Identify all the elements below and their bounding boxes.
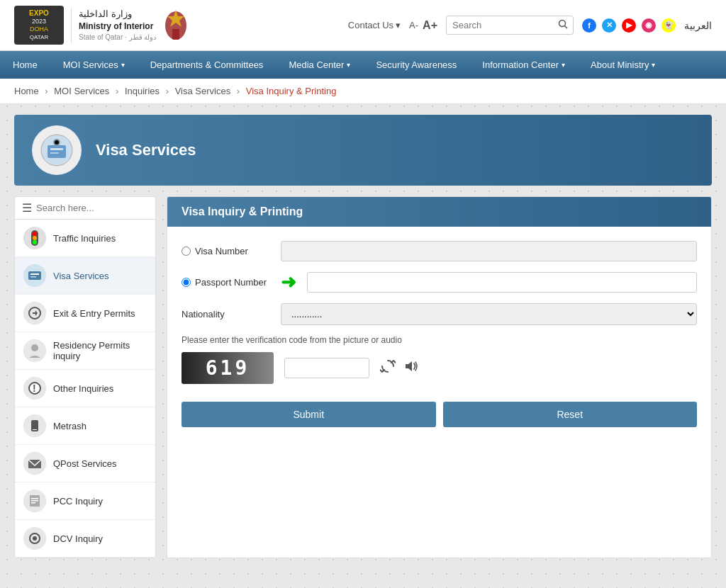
search-button[interactable] bbox=[553, 16, 573, 34]
exit-entry-icon bbox=[23, 302, 46, 324]
other-inquiries-icon: ! bbox=[23, 377, 46, 400]
contact-button[interactable]: Contact Us ▾ bbox=[348, 20, 401, 30]
visa-icon bbox=[23, 264, 46, 287]
captcha-value: 619 bbox=[206, 356, 250, 380]
breadcrumb-visa-services[interactable]: Visa Services bbox=[175, 86, 231, 96]
nav-security[interactable]: Security Awareness bbox=[363, 51, 469, 79]
nav-bar: Home MOI Services ▾ Departments & Commit… bbox=[0, 51, 726, 79]
expo-text: EXPO 2023 DOHA QATAR bbox=[29, 9, 49, 40]
passport-number-input[interactable] bbox=[307, 272, 697, 293]
font-increase-button[interactable]: A+ bbox=[423, 19, 437, 32]
visa-number-radio[interactable] bbox=[182, 247, 191, 256]
sidebar-qpost-label: QPost Services bbox=[53, 458, 117, 469]
moi-arabic: وزارة الداخلية bbox=[79, 8, 156, 21]
qpost-icon bbox=[23, 452, 46, 475]
breadcrumb-moi-services[interactable]: MOI Services bbox=[54, 86, 109, 96]
svg-point-13 bbox=[33, 232, 37, 236]
nav-moi-arrow-icon: ▾ bbox=[121, 61, 125, 69]
svg-rect-8 bbox=[50, 152, 59, 154]
moi-english: Ministry of Interior bbox=[79, 21, 156, 33]
button-row: Submit Reset bbox=[182, 402, 697, 427]
sidebar-other-label: Other Inquiries bbox=[53, 383, 113, 394]
sidebar-traffic-label: Traffic Inquiries bbox=[53, 233, 116, 244]
svg-rect-37 bbox=[31, 502, 35, 504]
snapchat-icon[interactable]: 👻 bbox=[661, 18, 676, 33]
svg-rect-35 bbox=[31, 498, 38, 499]
captcha-refresh-button[interactable] bbox=[380, 358, 396, 378]
arabic-language-button[interactable]: العربية bbox=[684, 20, 712, 31]
youtube-icon[interactable]: ▶ bbox=[622, 18, 636, 33]
sidebar-item-traffic[interactable]: Traffic Inquiries bbox=[15, 220, 155, 257]
sidebar-exit-label: Exit & Entry Permits bbox=[53, 308, 135, 319]
sidebar-search-bar: ☰ bbox=[15, 197, 155, 220]
nav-home[interactable]: Home bbox=[0, 51, 50, 79]
instagram-icon[interactable]: ◉ bbox=[642, 18, 656, 33]
twitter-icon[interactable]: ✕ bbox=[602, 18, 616, 33]
sidebar-item-dcv[interactable]: DCV Inquiry bbox=[15, 520, 155, 558]
sidebar-item-other[interactable]: ! Other Inquiries bbox=[15, 370, 155, 407]
sidebar-item-visa[interactable]: Visa Services bbox=[15, 257, 155, 295]
nav-info-arrow-icon: ▾ bbox=[562, 61, 565, 69]
dcv-icon bbox=[23, 527, 46, 550]
svg-rect-7 bbox=[50, 148, 63, 150]
captcha-note: Please enter the verification code from … bbox=[182, 335, 697, 345]
nationality-label: Nationality bbox=[182, 309, 274, 320]
reset-button[interactable]: Reset bbox=[443, 402, 698, 427]
svg-rect-2 bbox=[172, 29, 179, 40]
svg-rect-19 bbox=[30, 276, 36, 278]
svg-point-10 bbox=[55, 140, 59, 145]
nav-about-arrow-icon: ▾ bbox=[652, 61, 655, 69]
search-box bbox=[446, 16, 574, 35]
residency-icon bbox=[23, 339, 46, 362]
font-decrease-button[interactable]: A- bbox=[409, 20, 418, 30]
sidebar-dcv-label: DCV Inquiry bbox=[53, 533, 103, 544]
sidebar-visa-label: Visa Services bbox=[53, 271, 109, 281]
nav-media-arrow-icon: ▾ bbox=[347, 61, 350, 69]
visa-number-input[interactable] bbox=[281, 241, 697, 261]
main-layout: ☰ Traffic Inquiries bbox=[14, 196, 712, 558]
nav-media-center[interactable]: Media Center ▾ bbox=[276, 51, 363, 79]
svg-point-40 bbox=[33, 536, 37, 541]
visa-number-label: Visa Number bbox=[182, 246, 274, 256]
nationality-select[interactable]: ............ bbox=[281, 303, 697, 325]
sidebar-item-residency[interactable]: Residency Permits inquiry bbox=[15, 332, 155, 370]
sidebar: ☰ Traffic Inquiries bbox=[14, 196, 156, 558]
passport-number-label: Passport Number bbox=[182, 277, 274, 288]
nav-information-center[interactable]: Information Center ▾ bbox=[469, 51, 578, 79]
breadcrumb: Home › MOI Services › Inquiries › Visa S… bbox=[0, 79, 726, 104]
passport-number-radio[interactable] bbox=[182, 278, 191, 287]
nav-departments[interactable]: Departments & Committees bbox=[138, 51, 277, 79]
captcha-input[interactable] bbox=[284, 358, 369, 378]
svg-point-14 bbox=[33, 236, 37, 240]
sidebar-search-input[interactable] bbox=[36, 203, 148, 213]
captcha-row: 619 bbox=[182, 352, 697, 384]
breadcrumb-home[interactable]: Home bbox=[14, 86, 39, 96]
facebook-icon[interactable]: f bbox=[582, 18, 596, 33]
breadcrumb-current: Visa Inquiry & Printing bbox=[246, 86, 337, 96]
service-banner: Visa Services bbox=[14, 115, 712, 186]
top-bar: EXPO 2023 DOHA QATAR وزارة الداخلية Mini… bbox=[0, 0, 726, 51]
hamburger-icon[interactable]: ☰ bbox=[22, 201, 32, 215]
captcha-image: 619 bbox=[182, 352, 274, 384]
svg-point-24 bbox=[31, 344, 38, 351]
sidebar-item-pcc[interactable]: PCC Inquiry bbox=[15, 482, 155, 520]
sidebar-pcc-label: PCC Inquiry bbox=[53, 496, 103, 507]
svg-point-3 bbox=[559, 21, 566, 27]
contact-arrow-icon: ▾ bbox=[396, 20, 401, 30]
sidebar-item-qpost[interactable]: QPost Services bbox=[15, 445, 155, 482]
moi-text: وزارة الداخلية Ministry of Interior Stat… bbox=[79, 8, 156, 43]
logo-area: EXPO 2023 DOHA QATAR وزارة الداخلية Mini… bbox=[14, 6, 190, 45]
breadcrumb-inquiries[interactable]: Inquiries bbox=[125, 86, 160, 96]
captcha-audio-button[interactable] bbox=[403, 358, 418, 378]
submit-button[interactable]: Submit bbox=[182, 402, 436, 427]
search-input[interactable] bbox=[447, 17, 553, 33]
banner-icon bbox=[32, 125, 82, 175]
expo-logo: EXPO 2023 DOHA QATAR bbox=[14, 6, 64, 45]
moi-emblem bbox=[162, 8, 190, 43]
nav-about-ministry[interactable]: About Ministry ▾ bbox=[578, 51, 668, 79]
sidebar-item-exit-entry[interactable]: Exit & Entry Permits bbox=[15, 295, 155, 332]
sidebar-item-metrash[interactable]: Metrash bbox=[15, 407, 155, 445]
traffic-icon bbox=[23, 227, 46, 249]
panel-header: Visa Inquiry & Printing bbox=[167, 197, 711, 227]
nav-moi-services[interactable]: MOI Services ▾ bbox=[50, 51, 138, 79]
